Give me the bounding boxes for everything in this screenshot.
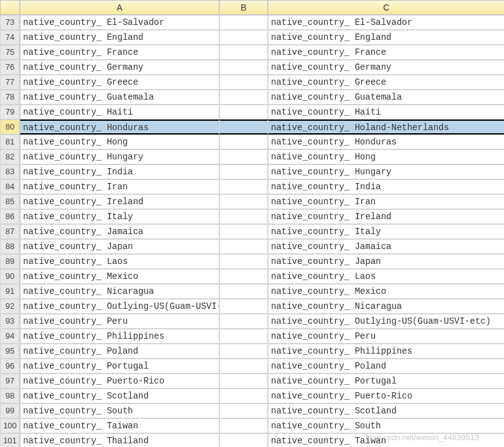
cell-C90[interactable]: native_country_ Laos [268,269,504,284]
cell-A86[interactable]: native_country_ Italy [20,209,219,224]
column-header-B[interactable]: B [219,0,268,15]
cell-B87[interactable] [219,224,268,239]
cell-A78[interactable]: native_country_ Guatemala [20,90,219,105]
row-header[interactable]: 84 [0,179,20,194]
row-header[interactable]: 78 [0,90,20,105]
cell-A87[interactable]: native_country_ Jamaica [20,224,219,239]
cell-A73[interactable]: native_country_ El-Salvador [20,15,219,30]
cell-A82[interactable]: native_country_ Hungary [20,149,219,164]
cell-B73[interactable] [219,15,268,30]
cell-B74[interactable] [219,30,268,45]
row-header[interactable]: 81 [0,134,20,149]
row-header[interactable]: 99 [0,403,20,418]
row-header[interactable]: 74 [0,30,20,45]
cell-C87[interactable]: native_country_ Italy [268,224,504,239]
row-header[interactable]: 92 [0,299,20,314]
cell-B95[interactable] [219,344,268,359]
cell-C98[interactable]: native_country_ Puerto-Rico [268,388,504,403]
cell-C82[interactable]: native_country_ Hong [268,149,504,164]
cell-B79[interactable] [219,105,268,120]
cell-A97[interactable]: native_country_ Puerto-Rico [20,374,219,388]
cell-B78[interactable] [219,90,268,105]
cell-A83[interactable]: native_country_ India [20,164,219,179]
cell-C94[interactable]: native_country_ Peru [268,329,504,344]
cell-A74[interactable]: native_country_ England [20,30,219,45]
cell-B85[interactable] [219,194,268,209]
cell-B93[interactable] [219,314,268,329]
cell-C92[interactable]: native_country_ Nicaragua [268,299,504,314]
cell-C88[interactable]: native_country_ Jamaica [268,239,504,254]
cell-B90[interactable] [219,269,268,284]
cell-C93[interactable]: native_country_ Outlying-US(Guam-USVI-et… [268,314,504,329]
cell-C74[interactable]: native_country_ England [268,30,504,45]
cell-A89[interactable]: native_country_ Laos [20,254,219,269]
cell-C99[interactable]: native_country_ Scotland [268,403,504,418]
cell-C101[interactable]: native_country_ Taiwan [268,433,504,447]
row-header[interactable]: 93 [0,314,20,329]
cell-B86[interactable] [219,209,268,224]
cell-C100[interactable]: native_country_ South [268,418,504,433]
cell-A95[interactable]: native_country_ Poland [20,344,219,359]
cell-B92[interactable] [219,299,268,314]
cell-A80[interactable]: native_country_ Honduras [20,120,219,134]
cell-B81[interactable] [219,134,268,149]
row-header[interactable]: 86 [0,209,20,224]
cell-C84[interactable]: native_country_ India [268,179,504,194]
cell-B75[interactable] [219,45,268,60]
cell-A88[interactable]: native_country_ Japan [20,239,219,254]
cell-C83[interactable]: native_country_ Hungary [268,164,504,179]
cell-B99[interactable] [219,403,268,418]
cell-A85[interactable]: native_country_ Ireland [20,194,219,209]
column-header-C[interactable]: C [268,0,504,15]
cell-C77[interactable]: native_country_ Greece [268,75,504,90]
cell-A81[interactable]: native_country_ Hong [20,134,219,149]
row-header[interactable]: 101 [0,433,20,447]
cell-B88[interactable] [219,239,268,254]
row-header[interactable]: 85 [0,194,20,209]
cell-A91[interactable]: native_country_ Nicaragua [20,284,219,299]
cell-B101[interactable] [219,433,268,447]
cell-A99[interactable]: native_country_ South [20,403,219,418]
cell-B91[interactable] [219,284,268,299]
cell-A96[interactable]: native_country_ Portugal [20,359,219,374]
row-header[interactable]: 97 [0,374,20,388]
row-header[interactable]: 76 [0,60,20,75]
cell-A76[interactable]: native_country_ Germany [20,60,219,75]
row-header[interactable]: 79 [0,105,20,120]
cell-A77[interactable]: native_country_ Greece [20,75,219,90]
cell-C78[interactable]: native_country_ Guatemala [268,90,504,105]
cell-B77[interactable] [219,75,268,90]
cell-C95[interactable]: native_country_ Philippines [268,344,504,359]
cell-C73[interactable]: native_country_ El-Salvador [268,15,504,30]
cell-C91[interactable]: native_country_ Mexico [268,284,504,299]
row-header[interactable]: 75 [0,45,20,60]
cell-B98[interactable] [219,388,268,403]
cell-A75[interactable]: native_country_ France [20,45,219,60]
row-header[interactable]: 95 [0,344,20,359]
cell-B76[interactable] [219,60,268,75]
cell-C76[interactable]: native_country_ Germany [268,60,504,75]
cell-A84[interactable]: native_country_ Iran [20,179,219,194]
cell-C89[interactable]: native_country_ Japan [268,254,504,269]
cell-C81[interactable]: native_country_ Honduras [268,134,504,149]
cell-C80[interactable]: native_country_ Holand-Netherlands [268,120,504,134]
cell-C97[interactable]: native_country_ Portugal [268,374,504,388]
cell-B97[interactable] [219,374,268,388]
row-header[interactable]: 94 [0,329,20,344]
row-header[interactable]: 87 [0,224,20,239]
cell-A79[interactable]: native_country_ Haiti [20,105,219,120]
cell-C96[interactable]: native_country_ Poland [268,359,504,374]
row-header[interactable]: 96 [0,359,20,374]
row-header[interactable]: 80 [0,120,20,134]
cell-A98[interactable]: native_country_ Scotland [20,388,219,403]
cell-C85[interactable]: native_country_ Iran [268,194,504,209]
row-header[interactable]: 83 [0,164,20,179]
cell-B89[interactable] [219,254,268,269]
cell-A94[interactable]: native_country_ Philippines [20,329,219,344]
cell-B100[interactable] [219,418,268,433]
cell-A100[interactable]: native_country_ Taiwan [20,418,219,433]
cell-C79[interactable]: native_country_ Haiti [268,105,504,120]
cell-B82[interactable] [219,149,268,164]
row-header[interactable]: 89 [0,254,20,269]
column-header-A[interactable]: A [20,0,219,15]
